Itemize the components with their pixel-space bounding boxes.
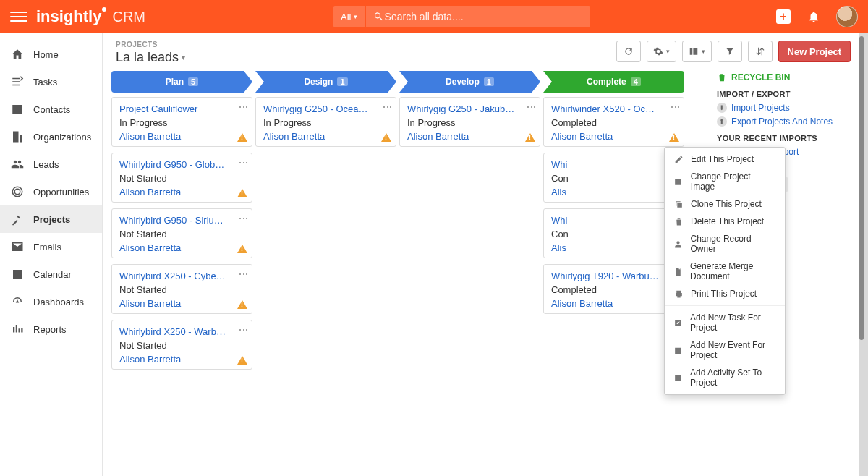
brand-logo[interactable]: insightly bbox=[36, 7, 106, 26]
context-menu-item[interactable]: Add New Event For Project bbox=[665, 336, 785, 364]
card-title[interactable]: Whi bbox=[551, 215, 660, 226]
card-more-icon[interactable]: ⋮ bbox=[240, 102, 247, 111]
notifications-button[interactable] bbox=[806, 9, 822, 25]
caret-down-icon: ▾ bbox=[354, 13, 357, 20]
column-header[interactable]: Develop 1 bbox=[399, 71, 540, 93]
recycle-bin-link[interactable]: RECYCLE BIN bbox=[717, 72, 846, 82]
card-title[interactable]: Whirlwinder X520 - Oceanic A... bbox=[551, 103, 660, 114]
card-owner[interactable]: Alison Barretta bbox=[119, 131, 244, 142]
card-title[interactable]: Whi bbox=[551, 159, 660, 170]
project-card[interactable]: Whirlygig T920 - Warbucks In...Completed… bbox=[543, 264, 684, 314]
scrollbar[interactable] bbox=[859, 33, 864, 476]
project-card[interactable]: Whirlybird X250 - Cyberdyne ...Not Start… bbox=[111, 264, 252, 314]
context-menu-item[interactable]: Change Record Owner bbox=[665, 230, 785, 258]
card-owner[interactable]: Alison Barretta bbox=[119, 298, 244, 309]
project-card[interactable]: WhiConAlis⋮ bbox=[543, 153, 684, 203]
project-card[interactable]: Whirlybird G950 - Globex - Al...Not Star… bbox=[111, 153, 252, 203]
sidebar-item-dashboards[interactable]: Dashboards bbox=[0, 288, 102, 315]
card-owner[interactable]: Alison Barretta bbox=[551, 298, 676, 309]
column-count: 1 bbox=[484, 77, 494, 86]
column-count: 1 bbox=[337, 77, 347, 86]
context-menu-item[interactable]: Delete This Project bbox=[665, 213, 785, 230]
context-menu-item[interactable]: Add New Task For Project bbox=[665, 309, 785, 336]
context-menu-item[interactable]: Generate Merge Document bbox=[665, 258, 785, 285]
context-menu-item[interactable]: Print This Project bbox=[665, 285, 785, 302]
card-more-icon[interactable]: ⋮ bbox=[528, 102, 535, 111]
view-selector[interactable]: La la leads ▾ bbox=[116, 50, 185, 65]
card-owner[interactable]: Alison Barretta bbox=[263, 131, 388, 142]
card-title[interactable]: Whirlygig G250 - Jakubowski ... bbox=[407, 103, 516, 114]
settings-button[interactable]: ▾ bbox=[647, 41, 676, 62]
project-card[interactable]: Whirlwinder X520 - Oceanic A...Completed… bbox=[543, 97, 684, 147]
import-projects-link[interactable]: ⬇Import Projects bbox=[717, 103, 846, 113]
card-more-icon[interactable]: ⋮ bbox=[672, 102, 679, 111]
card-title[interactable]: Whirlybird G950 - Globex - Al... bbox=[119, 159, 228, 170]
context-menu-item[interactable]: Clone This Project bbox=[665, 195, 785, 213]
arrow-out-icon: ⬆ bbox=[717, 116, 727, 127]
card-more-icon[interactable]: ⋮ bbox=[240, 325, 247, 333]
context-menu-label: Clone This Project bbox=[691, 199, 762, 209]
card-more-icon[interactable]: ⋮ bbox=[240, 213, 247, 222]
sidebar-item-calendar[interactable]: Calendar bbox=[0, 260, 102, 288]
target-icon bbox=[10, 184, 25, 199]
column-header[interactable]: Complete 4 bbox=[543, 71, 684, 93]
refresh-button[interactable] bbox=[616, 41, 641, 62]
project-card[interactable]: Whirlybird G950 - Sirius Corp....Not Sta… bbox=[111, 208, 252, 258]
warning-icon bbox=[237, 300, 247, 310]
sidebar-item-projects[interactable]: Projects bbox=[0, 205, 102, 233]
card-title[interactable]: Whirlygig T920 - Warbucks In... bbox=[551, 271, 660, 281]
card-title[interactable]: Whirlybird G950 - Sirius Corp.... bbox=[119, 215, 228, 226]
project-card[interactable]: Project CauliflowerIn ProgressAlison Bar… bbox=[111, 97, 252, 147]
card-more-icon[interactable]: ⋮ bbox=[240, 269, 247, 278]
column-header[interactable]: Plan 5 bbox=[111, 71, 252, 93]
card-title[interactable]: Whirlybird X250 - Warbucks In... bbox=[119, 326, 228, 337]
project-card[interactable]: WhiConAlis⋮ bbox=[543, 208, 684, 258]
sidebar-item-contacts[interactable]: Contacts bbox=[0, 95, 102, 123]
card-owner[interactable]: Alison Barretta bbox=[119, 242, 244, 253]
section-title: YOUR RECENT IMPORTS bbox=[717, 134, 846, 143]
topbar-right: + bbox=[775, 6, 858, 27]
scrollbar-thumb[interactable] bbox=[859, 36, 864, 340]
sidebar-item-emails[interactable]: Emails bbox=[0, 233, 102, 260]
sidebar-item-opportunities[interactable]: Opportunities bbox=[0, 178, 102, 205]
context-menu-item[interactable]: Add Activity Set To Project bbox=[665, 364, 785, 391]
search-scope-dropdown[interactable]: All ▾ bbox=[333, 6, 365, 27]
column-plan: Plan 5 Project CauliflowerIn ProgressAli… bbox=[111, 71, 252, 375]
context-menu-label: Edit This Project bbox=[691, 154, 754, 164]
card-owner[interactable]: Alison Barretta bbox=[551, 131, 676, 142]
card-status: Con bbox=[551, 229, 676, 239]
project-card[interactable]: Whirlygig G250 - Jakubowski ...In Progre… bbox=[399, 97, 540, 147]
card-title[interactable]: Whirlygig G250 - Oceanic Airli... bbox=[263, 103, 372, 114]
sidebar-item-label: Emails bbox=[33, 242, 61, 252]
sort-button[interactable] bbox=[748, 41, 773, 62]
card-owner[interactable]: Alison Barretta bbox=[119, 354, 244, 365]
sidebar-item-home[interactable]: Home bbox=[0, 41, 102, 68]
sidebar-item-organizations[interactable]: Organizations bbox=[0, 123, 102, 150]
add-button[interactable]: + bbox=[775, 9, 791, 25]
export-projects-link[interactable]: ⬆Export Projects And Notes bbox=[717, 116, 846, 127]
layout-button[interactable]: ▾ bbox=[682, 41, 712, 62]
context-menu-item[interactable]: Edit This Project bbox=[665, 150, 785, 168]
card-owner[interactable]: Alis bbox=[551, 242, 676, 253]
project-card[interactable]: Whirlybird X250 - Warbucks In...Not Star… bbox=[111, 320, 252, 370]
menu-icon[interactable] bbox=[10, 8, 27, 25]
card-title[interactable]: Whirlybird X250 - Cyberdyne ... bbox=[119, 271, 228, 281]
card-title[interactable]: Project Cauliflower bbox=[119, 103, 228, 114]
card-owner[interactable]: Alison Barretta bbox=[119, 187, 244, 197]
sidebar-item-reports[interactable]: Reports bbox=[0, 315, 102, 343]
context-menu-item[interactable]: Change Project Image bbox=[665, 168, 785, 195]
column-header[interactable]: Design 1 bbox=[255, 71, 396, 93]
avatar[interactable] bbox=[836, 6, 858, 27]
filter-button[interactable] bbox=[718, 41, 742, 62]
card-owner[interactable]: Alison Barretta bbox=[407, 131, 532, 142]
card-status: In Progress bbox=[119, 117, 244, 128]
search-box[interactable] bbox=[366, 6, 590, 27]
card-more-icon[interactable]: ⋮ bbox=[240, 158, 247, 166]
sidebar-item-tasks[interactable]: Tasks bbox=[0, 68, 102, 95]
search-input[interactable] bbox=[385, 11, 584, 22]
card-owner[interactable]: Alis bbox=[551, 187, 676, 197]
project-card[interactable]: Whirlygig G250 - Oceanic Airli...In Prog… bbox=[255, 97, 396, 147]
new-project-button[interactable]: New Project bbox=[778, 41, 851, 62]
card-more-icon[interactable]: ⋮ bbox=[384, 102, 391, 111]
sidebar-item-leads[interactable]: Leads bbox=[0, 150, 102, 178]
